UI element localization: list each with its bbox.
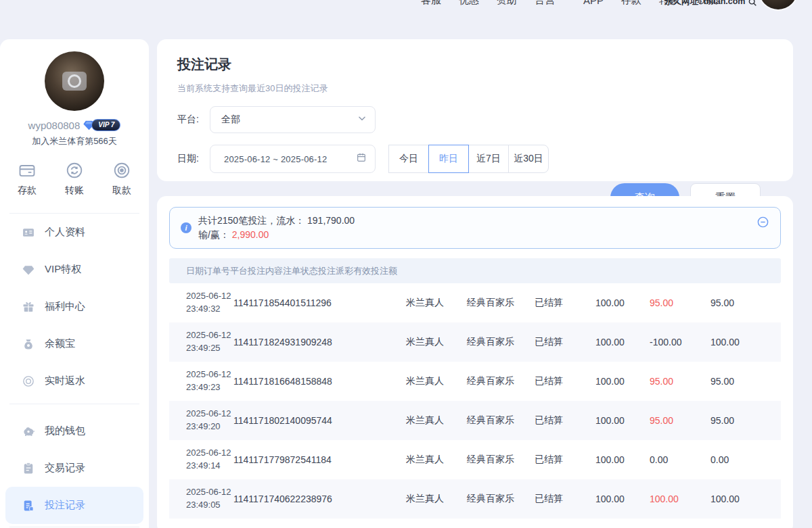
search-icon[interactable] [748, 0, 757, 7]
calendar-icon [356, 152, 367, 166]
column-header: 投注内容 [248, 265, 283, 277]
bet-date: 2025-06-12 [186, 486, 233, 499]
column-header: 派彩 [336, 265, 353, 277]
platform-select[interactable]: 全部 [210, 106, 376, 133]
bet-amount-cell: 100.00 [595, 297, 650, 308]
sidebar-item-yuebao[interactable]: 余额宝 [0, 325, 149, 362]
status-cell: 已结算 [535, 336, 595, 348]
quick-date-button[interactable]: 今日 [388, 145, 429, 173]
bet-time: 23:49:32 [186, 303, 233, 316]
sidebar-item-label: 投注记录 [45, 499, 85, 512]
domain-label: 永久网址: milan.com [664, 0, 745, 7]
order-number: 1141171854401511296 [233, 297, 406, 308]
platform-cell: 米兰真人 [406, 297, 467, 309]
clipboard-icon [22, 462, 35, 475]
sidebar-item-transactions[interactable]: 交易记录 [0, 450, 149, 487]
quick-date-group: 今日 昨日 近7日 近30日 [389, 145, 549, 173]
quick-deposit[interactable]: 存款 [18, 161, 37, 197]
column-header: 订单号 [204, 265, 230, 277]
bet-content-cell: 经典百家乐 [467, 297, 535, 309]
table-row[interactable]: 2025-06-1223:49:20 1141171802140095744 米… [169, 401, 781, 440]
payout-cell: 95.00 [650, 415, 710, 426]
order-number: 1141171816648158848 [233, 376, 406, 387]
column-header: 日期 [186, 265, 204, 277]
bet-date: 2025-06-12 [186, 447, 233, 460]
page-title: 投注记录 [177, 55, 773, 74]
bet-content-cell: 经典百家乐 [467, 336, 535, 348]
table-row[interactable]: 2025-06-1223:49:23 1141171816648158848 米… [169, 362, 781, 401]
payout-cell: 100.00 [650, 494, 710, 504]
table-row[interactable]: 2025-06-1223:49:32 1141171854401511296 米… [169, 283, 781, 322]
quick-actions: 存款 转账 取款 [0, 161, 149, 197]
sidebar-item-profile[interactable]: 个人资料 [0, 214, 149, 251]
permanent-url: 永久网址: milan.com [664, 0, 757, 7]
payout-cell: 95.00 [650, 297, 710, 308]
valid-bet-cell: 100.00 [710, 337, 778, 347]
vip-badge: VIP 7 [83, 119, 120, 131]
bet-amount-cell: 100.00 [595, 454, 650, 465]
order-number: 1141171779872541184 [233, 454, 406, 465]
info-icon: i [181, 222, 191, 233]
platform-selected-value: 全部 [221, 114, 357, 126]
sidebar-item-label: 我的钱包 [45, 425, 85, 437]
bet-content-cell: 经典百家乐 [467, 493, 535, 505]
sidebar-menu-group2: 我的钱包 交易记录 投注记录 [0, 404, 149, 524]
bet-date: 2025-06-12 [186, 329, 233, 342]
diamond-icon [22, 263, 35, 277]
date-range-input[interactable]: 2025-06-12 ~ 2025-06-12 [210, 145, 376, 173]
loss-win-label: 输/赢： [198, 229, 232, 240]
bet-time: 23:49:05 [186, 499, 233, 512]
bet-date: 2025-06-12 [186, 408, 233, 421]
payout-cell: 0.00 [650, 454, 710, 465]
sidebar-menu-group1: 个人资料 VIP特权 福利中心 余额宝 实时返水 [0, 214, 149, 400]
table-row[interactable]: 2025-06-1223:49:25 1141171824931909248 米… [169, 322, 781, 362]
sidebar-item-welfare[interactable]: 福利中心 [0, 288, 149, 325]
table-body: 2025-06-1223:49:32 1141171854401511296 米… [169, 283, 781, 519]
sidebar-item-rebate[interactable]: 实时返水 [0, 362, 149, 400]
bet-content-cell: 经典百家乐 [467, 454, 535, 466]
nav-partnership[interactable]: 合营 [535, 0, 555, 7]
sidebar-item-wallet[interactable]: 我的钱包 [0, 412, 149, 450]
nav-app[interactable]: APP [583, 0, 604, 6]
platform-cell: 米兰真人 [406, 375, 467, 387]
nav-deposit[interactable]: 存款 [621, 0, 641, 7]
date-range-value: 2025-06-12 ~ 2025-06-12 [224, 154, 356, 164]
nav-customer-service[interactable]: 客服 [421, 0, 441, 7]
bet-time: 23:49:14 [186, 460, 233, 473]
status-cell: 已结算 [535, 414, 595, 427]
moneybag-icon [22, 337, 35, 351]
quick-date-button[interactable]: 昨日 [428, 145, 469, 173]
nav-sponsor[interactable]: 赞助 [497, 0, 517, 7]
nav-promotions[interactable]: 优惠 [459, 0, 479, 7]
column-header: 有效投注额 [353, 265, 397, 277]
page-subtitle: 当前系统支持查询最近30日的投注记录 [177, 82, 773, 95]
quick-date-button[interactable]: 近7日 [468, 145, 509, 173]
column-header: 注单状态 [283, 265, 318, 277]
bet-amount-cell: 100.00 [595, 494, 650, 504]
valid-bet-cell: 95.00 [710, 297, 778, 308]
username: wyp080808 [28, 120, 81, 131]
platform-label: 平台: [177, 114, 210, 126]
domain-bar: 永久网址: milan.com [655, 0, 757, 7]
order-number: 1141171802140095744 [233, 415, 406, 426]
table-row[interactable]: 2025-06-1223:49:14 1141171779872541184 米… [169, 440, 781, 479]
quick-withdraw[interactable]: 取款 [112, 161, 131, 197]
bet-records-card: i 共计2150笔投注，流水： 191,790.00 输/赢： 2,990.00… [157, 196, 793, 528]
order-number: 1141171824931909248 [233, 337, 406, 347]
quick-date-button[interactable]: 近30日 [508, 145, 549, 173]
quick-transfer[interactable]: 转账 [65, 161, 84, 197]
idcard-icon [22, 226, 35, 239]
bet-time: 23:49:20 [186, 421, 233, 433]
table-header: 日期 订单号 平台 投注内容 注单状态 投注 派彩 有效投注额 [169, 258, 781, 283]
sidebar-item-label: VIP特权 [45, 263, 81, 276]
withdraw-icon [112, 161, 131, 180]
collapse-icon[interactable] [757, 216, 769, 231]
avatar[interactable] [45, 51, 104, 111]
sidebar-item-vip[interactable]: VIP特权 [0, 251, 149, 288]
header-avatar[interactable] [759, 0, 797, 9]
column-header: 平台 [230, 265, 248, 277]
table-row[interactable]: 2025-06-1223:49:05 1141171740622238976 米… [169, 479, 781, 519]
sidebar-item-bet-records[interactable]: 投注记录 [5, 487, 143, 524]
bet-amount-cell: 100.00 [595, 376, 650, 387]
wallet-icon [18, 161, 37, 180]
